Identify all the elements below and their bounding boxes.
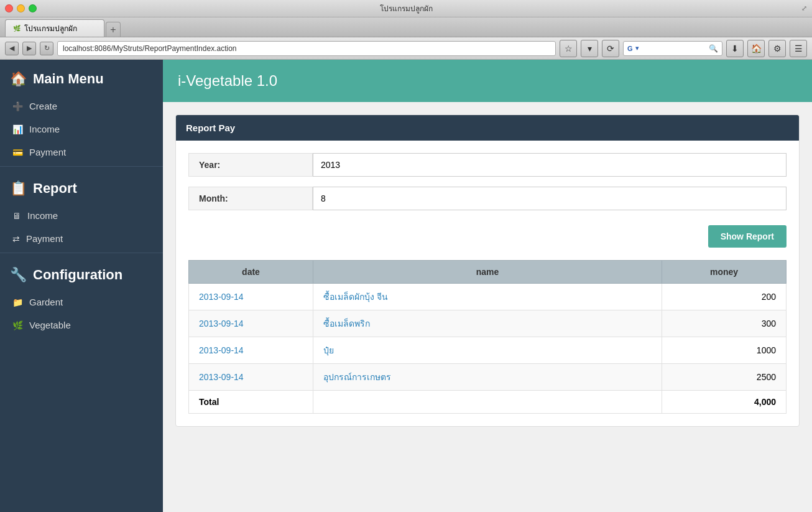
income-icon: 📊 bbox=[12, 124, 23, 134]
gardent-icon: 📁 bbox=[12, 297, 23, 307]
search-dropdown-arrow: ▾ bbox=[635, 44, 639, 52]
tab-favicon: 🌿 bbox=[13, 25, 21, 32]
year-input[interactable] bbox=[313, 153, 787, 177]
month-row: Month: bbox=[188, 187, 787, 210]
minimize-button[interactable] bbox=[17, 4, 25, 12]
configuration-label: Configuration bbox=[33, 267, 122, 283]
search-bar[interactable]: G ▾ 🔍 bbox=[623, 41, 722, 56]
cell-name: ซื้อเมล็ดพริก bbox=[313, 310, 662, 337]
sidebar-item-payment-label: Payment bbox=[29, 147, 66, 157]
col-header-name: name bbox=[313, 261, 662, 284]
tab-label: โปรแกรมปลูกผัก bbox=[24, 22, 77, 34]
sidebar-item-vegetable-label: Vegetable bbox=[29, 320, 71, 330]
table-row: 2013-09-14ซื้อเมล็ดพริก300 bbox=[189, 310, 787, 337]
sidebar-item-income[interactable]: 📊 Income bbox=[0, 118, 163, 141]
home-sidebar-icon: 🏠 bbox=[10, 71, 27, 87]
reload-button[interactable]: ⟳ bbox=[602, 40, 619, 57]
sidebar-item-create[interactable]: ➕ Create bbox=[0, 95, 163, 118]
report-payment-icon: ⇄ bbox=[12, 234, 20, 244]
payment-icon: 💳 bbox=[12, 147, 23, 157]
cell-date: 2013-09-14 bbox=[189, 310, 313, 337]
sidebar-item-gardent-label: Gardent bbox=[29, 297, 63, 307]
col-header-date: date bbox=[189, 261, 313, 284]
total-label: Total bbox=[189, 391, 313, 414]
sidebar-item-income-label: Income bbox=[29, 124, 60, 134]
vegetable-icon: 🌿 bbox=[12, 320, 23, 330]
sidebar-item-report-payment-label: Payment bbox=[26, 233, 63, 244]
new-tab-button[interactable]: + bbox=[106, 22, 121, 37]
cell-date: 2013-09-14 bbox=[189, 364, 313, 391]
configuration-header: 🔧 Configuration bbox=[0, 256, 163, 291]
main-content: i-Vegetable 1.0 Report Pay Year: bbox=[163, 60, 812, 512]
col-header-money: money bbox=[662, 261, 787, 284]
search-engine-label: G bbox=[627, 45, 633, 52]
sidebar-item-payment[interactable]: 💳 Payment bbox=[0, 141, 163, 164]
report-label: Report bbox=[33, 180, 77, 197]
address-text: localhost:8086/MyStruts/ReportPaymentInd… bbox=[63, 44, 236, 53]
home-button[interactable]: 🏠 bbox=[747, 40, 765, 57]
month-input[interactable] bbox=[313, 187, 787, 210]
tools-icon: ⚙ bbox=[773, 44, 782, 54]
menu-button[interactable]: ☰ bbox=[790, 40, 807, 57]
sidebar-divider-2 bbox=[0, 253, 163, 253]
show-report-button[interactable]: Show Report bbox=[708, 225, 787, 248]
home-icon: 🏠 bbox=[751, 44, 762, 54]
configuration-icon: 🔧 bbox=[10, 267, 27, 283]
sidebar-item-vegetable[interactable]: 🌿 Vegetable bbox=[0, 314, 163, 337]
cell-date: 2013-09-14 bbox=[189, 284, 313, 310]
report-pay-card: Report Pay Year: Month: bbox=[175, 114, 800, 427]
sidebar-item-gardent[interactable]: 📁 Gardent bbox=[0, 291, 163, 314]
address-bar[interactable]: localhost:8086/MyStruts/ReportPaymentInd… bbox=[57, 41, 556, 56]
bookmark-menu-button[interactable]: ▾ bbox=[581, 40, 598, 57]
main-menu-label: Main Menu bbox=[33, 71, 104, 87]
browser-tab[interactable]: 🌿 โปรแกรมปลูกผัก bbox=[5, 19, 104, 37]
download-button[interactable]: ⬇ bbox=[726, 40, 744, 57]
report-table: date name money 2013-09-14ซื้อเมล็ดผักบุ… bbox=[188, 260, 787, 414]
sidebar-divider-1 bbox=[0, 166, 163, 167]
browser-title: โปรแกรมปลูกผัก bbox=[380, 2, 433, 14]
back-button[interactable]: ◀ bbox=[5, 42, 19, 55]
month-label: Month: bbox=[188, 187, 313, 210]
sidebar-item-create-label: Create bbox=[29, 101, 57, 111]
traffic-lights bbox=[5, 4, 37, 12]
cell-money: 200 bbox=[662, 284, 787, 310]
bookmark-icon: ☆ bbox=[565, 44, 573, 54]
sidebar: 🏠 Main Menu ➕ Create 📊 Income 💳 Payment … bbox=[0, 60, 163, 512]
total-empty bbox=[313, 391, 662, 414]
main-menu-header: 🏠 Main Menu bbox=[0, 60, 163, 95]
report-icon: 📋 bbox=[10, 180, 27, 197]
cell-name: ซื้อเมล็ดผักบุ้ง จีน bbox=[313, 284, 662, 310]
tools-button[interactable]: ⚙ bbox=[768, 40, 786, 57]
content-area: Report Pay Year: Month: bbox=[163, 102, 812, 439]
forward-button[interactable]: ▶ bbox=[22, 42, 36, 55]
sidebar-item-report-payment[interactable]: ⇄ Payment bbox=[0, 227, 163, 250]
sidebar-item-report-income[interactable]: 🖥 Income bbox=[0, 204, 163, 227]
cell-name: ปุ๋ย bbox=[313, 337, 662, 364]
refresh-button[interactable]: ↻ bbox=[40, 42, 53, 55]
search-icon[interactable]: 🔍 bbox=[709, 44, 718, 53]
resize-icon[interactable]: ⤢ bbox=[801, 4, 807, 12]
cell-name: อุปกรณ์การเกษตร bbox=[313, 364, 662, 391]
table-row: 2013-09-14ปุ๋ย1000 bbox=[189, 337, 787, 364]
close-button[interactable] bbox=[5, 4, 13, 12]
menu-icon: ☰ bbox=[795, 44, 803, 54]
nav-bar: ◀ ▶ ↻ localhost:8086/MyStruts/ReportPaym… bbox=[0, 37, 812, 60]
app-title: i-Vegetable 1.0 bbox=[178, 72, 277, 89]
reload-icon: ⟳ bbox=[607, 44, 614, 54]
cell-money: 2500 bbox=[662, 364, 787, 391]
total-value: 4,000 bbox=[662, 391, 787, 414]
bookmark-button[interactable]: ☆ bbox=[560, 40, 577, 57]
report-income-icon: 🖥 bbox=[12, 211, 21, 221]
cell-date: 2013-09-14 bbox=[189, 337, 313, 364]
card-body: Year: Month: Show Report bbox=[176, 141, 799, 426]
download-icon: ⬇ bbox=[731, 44, 739, 54]
maximize-button[interactable] bbox=[29, 4, 37, 12]
report-header: 📋 Report bbox=[0, 169, 163, 204]
total-row: Total4,000 bbox=[189, 391, 787, 414]
cell-money: 300 bbox=[662, 310, 787, 337]
table-header-row: date name money bbox=[189, 261, 787, 284]
card-header: Report Pay bbox=[176, 115, 799, 141]
refresh-icon: ↻ bbox=[44, 44, 50, 52]
app-container: 🏠 Main Menu ➕ Create 📊 Income 💳 Payment … bbox=[0, 60, 812, 512]
back-icon: ◀ bbox=[9, 44, 14, 52]
